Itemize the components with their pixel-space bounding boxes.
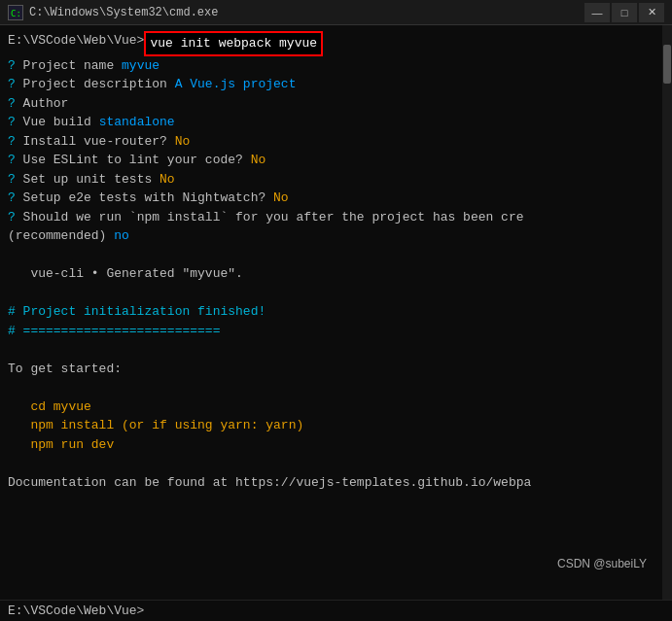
list-item: E:\VSCode\Web\Vue>vue init webpack myvue	[8, 31, 654, 56]
content-area: E:\VSCode\Web\Vue>vue init webpack myvue…	[0, 25, 672, 600]
list-item: # ==========================	[8, 322, 654, 341]
path-text: E:\VSCode\Web\Vue>	[8, 31, 144, 56]
command-highlight: vue init webpack myvue	[144, 31, 323, 56]
list-item: ? Author	[8, 94, 654, 114]
window: C: C:\Windows\System32\cmd.exe — □ ✕ E:\…	[0, 0, 672, 621]
list-item	[8, 378, 654, 397]
list-item: ? Vue build standalone	[8, 113, 654, 132]
maximize-button[interactable]: □	[612, 3, 637, 22]
list-item: vue-cli • Generated "myvue".	[8, 264, 654, 284]
list-item: # Project initialization finished!	[8, 302, 654, 322]
list-item	[8, 284, 654, 303]
window-controls: — □ ✕	[584, 3, 664, 22]
bottom-prompt: E:\VSCode\Web\Vue>	[8, 604, 144, 618]
watermark: CSDN @subeiLY	[557, 555, 647, 572]
window-title: C:\Windows\System32\cmd.exe	[29, 6, 584, 19]
bottom-bar: E:\VSCode\Web\Vue>	[0, 600, 672, 621]
terminal[interactable]: E:\VSCode\Web\Vue>vue init webpack myvue…	[0, 25, 662, 600]
list-item: (recommended) no	[8, 226, 654, 246]
titlebar: C: C:\Windows\System32\cmd.exe — □ ✕	[0, 0, 672, 25]
list-item: npm install (or if using yarn: yarn)	[8, 416, 654, 435]
list-item: ? Setup e2e tests with Nightwatch? No	[8, 189, 654, 208]
list-item: Documentation can be found at https://vu…	[8, 473, 654, 493]
minimize-button[interactable]: —	[584, 3, 610, 22]
list-item	[8, 246, 654, 265]
list-item: ? Project name myvue	[8, 56, 654, 76]
cmd-icon: C:	[8, 5, 23, 20]
list-item: npm run dev	[8, 435, 654, 455]
scrollbar[interactable]	[662, 25, 672, 600]
list-item	[8, 340, 654, 360]
svg-text:C:: C:	[11, 9, 21, 18]
list-item: ? Use ESLint to lint your code? No	[8, 151, 654, 170]
list-item: cd myvue	[8, 397, 654, 417]
list-item: ? Set up unit tests No	[8, 170, 654, 190]
list-item	[8, 454, 654, 473]
list-item: ? Project description A Vue.js project	[8, 75, 654, 94]
list-item: To get started:	[8, 360, 654, 379]
close-button[interactable]: ✕	[639, 3, 664, 22]
list-item: ? Install vue-router? No	[8, 132, 654, 152]
scrollbar-thumb[interactable]	[663, 45, 671, 84]
list-item: ? Should we run `npm install` for you af…	[8, 208, 654, 227]
